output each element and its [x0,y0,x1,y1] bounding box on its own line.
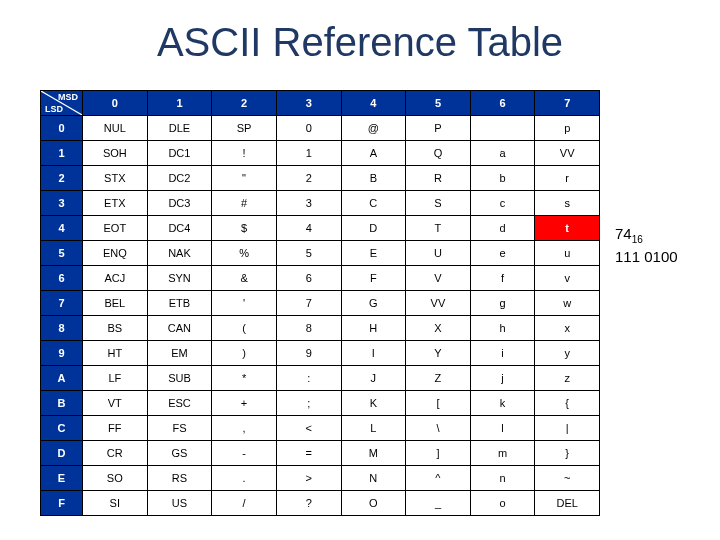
table-row: 6ACJSYN&6FVfv [41,266,600,291]
row-header: F [41,491,83,516]
cell: B [341,166,406,191]
table-row: ALFSUB*:JZjz [41,366,600,391]
row-header: B [41,391,83,416]
cell: y [535,341,600,366]
cell: s [535,191,600,216]
cell: J [341,366,406,391]
cell: ETB [147,291,212,316]
cell: v [535,266,600,291]
cell: - [212,441,277,466]
cell: SUB [147,366,212,391]
cell: ' [212,291,277,316]
cell: VV [535,141,600,166]
cell: ] [406,441,471,466]
cell: h [470,316,535,341]
table-row: 1SOHDC1!1AQaVV [41,141,600,166]
cell: X [406,316,471,341]
col-header: 3 [276,91,341,116]
cell: ? [276,491,341,516]
cell: g [470,291,535,316]
cell: Z [406,366,471,391]
cell: * [212,366,277,391]
table-row: 8BSCAN(8HXhx [41,316,600,341]
cell: NUL [83,116,148,141]
cell: ACJ [83,266,148,291]
cell: DC1 [147,141,212,166]
cell: r [535,166,600,191]
row-header: C [41,416,83,441]
cell: o [470,491,535,516]
cell: . [212,466,277,491]
cell: LF [83,366,148,391]
row-header: 7 [41,291,83,316]
cell: i [470,341,535,366]
cell: , [212,416,277,441]
cell: S [406,191,471,216]
table-row: 7BELETB'7GVVgw [41,291,600,316]
cell: VV [406,291,471,316]
annotation-bin: 111 0100 [615,248,678,265]
table-row: BVTESC+;K[k{ [41,391,600,416]
cell: K [341,391,406,416]
cell: 9 [276,341,341,366]
cell: + [212,391,277,416]
table-body: 0NULDLESP0@Pp1SOHDC1!1AQaVV2STXDC2"2BRbr… [41,116,600,516]
col-header: 5 [406,91,471,116]
cell: n [470,466,535,491]
msd-label: MSD [58,92,78,102]
cell: % [212,241,277,266]
ascii-table: MSD LSD 0 1 2 3 4 5 6 7 0NULDLESP0@Pp1SO… [40,90,600,516]
cell: > [276,466,341,491]
cell: u [535,241,600,266]
cell: US [147,491,212,516]
table-row: 2STXDC2"2BRbr [41,166,600,191]
cell: FS [147,416,212,441]
cell: VT [83,391,148,416]
cell: z [535,366,600,391]
row-header: 6 [41,266,83,291]
cell: } [535,441,600,466]
cell: Y [406,341,471,366]
cell: " [212,166,277,191]
cell: I [341,341,406,366]
cell: < [276,416,341,441]
cell: e [470,241,535,266]
row-header: 1 [41,141,83,166]
cell: 6 [276,266,341,291]
cell: b [470,166,535,191]
row-header: 9 [41,341,83,366]
row-header: 0 [41,116,83,141]
lsd-label: LSD [45,104,63,114]
col-header: 0 [83,91,148,116]
cell: = [276,441,341,466]
row-header: 4 [41,216,83,241]
table-row: 4EOTDC4$4DTdt [41,216,600,241]
cell: { [535,391,600,416]
cell: DC2 [147,166,212,191]
cell: RS [147,466,212,491]
cell: P [406,116,471,141]
cell: w [535,291,600,316]
cell: & [212,266,277,291]
cell: SYN [147,266,212,291]
table-row: 0NULDLESP0@Pp [41,116,600,141]
table-row: CFFFS,<L\l| [41,416,600,441]
cell: CAN [147,316,212,341]
cell: BEL [83,291,148,316]
row-header: 3 [41,191,83,216]
cell: 8 [276,316,341,341]
table-header-row: MSD LSD 0 1 2 3 4 5 6 7 [41,91,600,116]
cell: SOH [83,141,148,166]
cell: L [341,416,406,441]
ascii-table-wrap: MSD LSD 0 1 2 3 4 5 6 7 0NULDLESP0@Pp1SO… [40,90,600,516]
cell: ESC [147,391,212,416]
cell: F [341,266,406,291]
cell: Q [406,141,471,166]
col-header: 7 [535,91,600,116]
cell: H [341,316,406,341]
annotation-hex-base: 16 [632,234,643,245]
cell: ETX [83,191,148,216]
cell: DC4 [147,216,212,241]
cell: [ [406,391,471,416]
cell: m [470,441,535,466]
